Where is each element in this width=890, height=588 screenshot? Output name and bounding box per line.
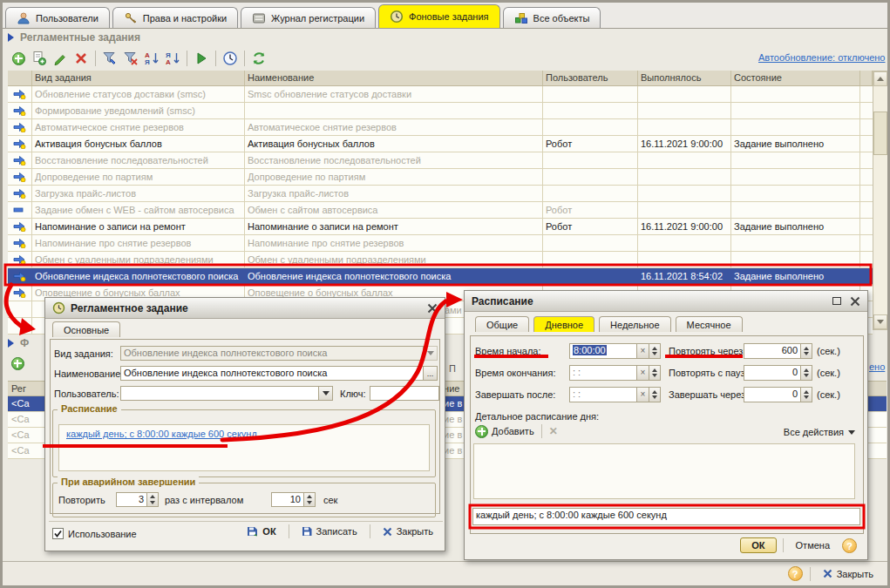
table-scrollbar[interactable] <box>873 71 888 330</box>
job-ran-cell[interactable] <box>638 86 731 102</box>
finish-in-spinner[interactable] <box>801 387 812 402</box>
job-name-cell[interactable]: Smsc обновление статусов доставки <box>245 86 543 102</box>
job-user-cell[interactable]: Робот <box>543 136 638 152</box>
job-name-cell[interactable]: Активация бонусных баллов <box>245 136 543 152</box>
table-row[interactable]: Восстановление последовательностей Восст… <box>8 152 873 169</box>
edit-button[interactable] <box>50 49 71 68</box>
scroll-down-button[interactable] <box>873 314 887 329</box>
icon-column-header[interactable] <box>8 71 32 85</box>
tab-background-jobs[interactable]: Фоновые задания <box>378 4 499 28</box>
clear-button[interactable] <box>637 343 649 359</box>
schedule-dialog-titlebar[interactable]: Расписание <box>465 291 867 312</box>
refresh-button[interactable] <box>248 49 269 68</box>
job-user-cell[interactable] <box>543 169 638 185</box>
write-button[interactable]: Записать <box>296 524 363 538</box>
job-user-cell[interactable] <box>543 268 638 284</box>
add-row-button[interactable]: Добавить <box>475 425 534 438</box>
ok-button[interactable]: ОК <box>241 524 282 538</box>
job-state-cell[interactable] <box>731 252 860 267</box>
background-jobs-section-header[interactable]: Ф <box>8 337 29 349</box>
finish-after-spinner[interactable] <box>649 387 661 402</box>
job-user-cell[interactable] <box>543 152 638 168</box>
column-header-user[interactable]: Пользователь <box>543 71 638 85</box>
close-window-button[interactable]: Закрыть <box>818 567 879 581</box>
schedule-link[interactable]: каждый день; с 8:00:00 каждые 600 секунд <box>66 429 257 439</box>
job-state-cell[interactable] <box>731 169 860 185</box>
tab-daily[interactable]: Дневное <box>533 316 594 332</box>
task-dialog-titlebar[interactable]: Регламентное задание <box>45 298 445 319</box>
run-button[interactable] <box>191 49 212 68</box>
job-kind-cell[interactable]: Обновление статусов доставки (smsc) <box>32 86 245 102</box>
help-button[interactable]: ? <box>842 538 857 553</box>
pause-field[interactable]: 0 <box>744 365 801 381</box>
job-ran-cell[interactable]: 16.11.2021 8:54:02 <box>638 268 731 284</box>
all-actions-button[interactable]: Все действия <box>784 427 855 437</box>
table-row[interactable]: Обновление статусов доставки (smsc) Smsc… <box>8 86 873 103</box>
job-name-cell[interactable]: Восстановление последовательностей <box>245 152 543 168</box>
job-state-cell[interactable] <box>731 86 860 102</box>
repeat-spinner[interactable] <box>801 343 812 359</box>
table-row[interactable]: Напоминание про снятие резервов Напомина… <box>8 235 873 252</box>
sort-asc-button[interactable]: АЯ <box>141 49 162 68</box>
user-dropdown-button[interactable] <box>319 386 333 401</box>
tab-monthly[interactable]: Месячное <box>676 316 743 332</box>
table-row[interactable]: Загрузка прайс-листов Загрузка прайс-лис… <box>8 186 873 202</box>
scheduled-jobs-section-header[interactable]: Регламентные задания <box>8 31 140 44</box>
user-field[interactable] <box>120 386 319 401</box>
job-kind-cell[interactable]: Формирование уведомлений (smsc) <box>32 103 245 118</box>
finish-after-field[interactable]: : : <box>569 387 637 402</box>
job-ran-cell[interactable] <box>638 202 731 218</box>
job-name-cell[interactable]: Автоматическое снятие резервов <box>245 119 543 135</box>
job-name-cell[interactable]: Допроведение по партиям <box>245 169 543 185</box>
job-kind-cell[interactable]: Задание обмен с WEB - сайтом автосервиса <box>32 202 245 218</box>
job-ran-cell[interactable]: 16.11.2021 9:00:00 <box>638 136 731 152</box>
table-row[interactable]: Обмен с удаленными подразделениями Обмен… <box>8 252 873 268</box>
job-kind-cell[interactable]: Обмен с удаленными подразделениями <box>32 252 245 267</box>
job-name-cell[interactable]: Загрузка прайс-листов <box>245 186 543 201</box>
job-ran-cell[interactable] <box>638 186 731 201</box>
table-row[interactable]: Формирование уведомлений (smsc) <box>8 103 873 119</box>
job-ran-cell[interactable]: 16.11.2021 9:00:00 <box>638 219 731 234</box>
usage-checkbox[interactable] <box>52 528 64 539</box>
tab-rights[interactable]: Права и настройки <box>112 7 238 28</box>
job-ran-cell[interactable] <box>638 235 731 251</box>
job-user-cell[interactable] <box>543 252 638 267</box>
end-time-field[interactable]: : : <box>569 365 637 381</box>
finish-in-field[interactable]: 0 <box>744 387 801 402</box>
job-name-cell[interactable] <box>245 103 543 118</box>
start-time-field[interactable]: 8:00:00 <box>569 343 637 359</box>
scrollbar-thumb[interactable] <box>873 112 887 155</box>
job-kind-cell[interactable]: Допроведение по партиям <box>32 169 245 185</box>
job-kind-cell[interactable]: Активация бонусных баллов <box>32 136 245 152</box>
table-row[interactable]: Активация бонусных баллов Активация бону… <box>8 136 873 152</box>
filter-clear-button[interactable] <box>120 49 141 68</box>
close-icon[interactable] <box>427 303 438 314</box>
interval-field[interactable]: 10 <box>271 492 304 507</box>
job-kind-cell[interactable]: Загрузка прайс-листов <box>32 186 245 201</box>
job-state-cell[interactable] <box>731 152 860 168</box>
retry-spinner[interactable] <box>147 492 159 507</box>
cancel-button[interactable]: Отмена <box>790 538 836 552</box>
autorefresh-link[interactable]: Автообновление: отключено <box>758 52 885 63</box>
scroll-up-button[interactable] <box>873 71 887 86</box>
table-row[interactable]: Обновление индекса полнотекстового поиск… <box>8 268 873 285</box>
ok-button[interactable]: ОК <box>740 537 776 553</box>
close-button[interactable]: Закрыть <box>377 524 439 538</box>
help-button[interactable]: ? <box>788 566 803 581</box>
detail-schedule-list[interactable] <box>473 443 855 499</box>
job-state-cell[interactable]: Задание выполнено <box>731 268 860 284</box>
job-name-cell[interactable]: Обновление индекса полнотекстового поиск… <box>245 268 543 284</box>
autorefresh-link-fragment[interactable]: ено <box>869 362 885 372</box>
schedule-button[interactable] <box>220 49 241 68</box>
column-header-kind[interactable]: Вид задания <box>32 71 245 85</box>
job-user-cell[interactable] <box>543 86 638 102</box>
filter-settings-button[interactable] <box>99 49 120 68</box>
job-ran-cell[interactable] <box>638 103 731 118</box>
job-user-cell[interactable]: Робот <box>543 202 638 218</box>
close-icon[interactable] <box>850 296 860 307</box>
job-kind-cell[interactable]: Напоминание про снятие резервов <box>32 235 245 251</box>
job-name-cell[interactable]: Обмен с удаленными подразделениями <box>245 252 543 267</box>
job-user-cell[interactable] <box>543 186 638 201</box>
job-name-cell[interactable]: Напоминание про снятие резервов <box>245 235 543 251</box>
job-ran-cell[interactable] <box>638 152 731 168</box>
